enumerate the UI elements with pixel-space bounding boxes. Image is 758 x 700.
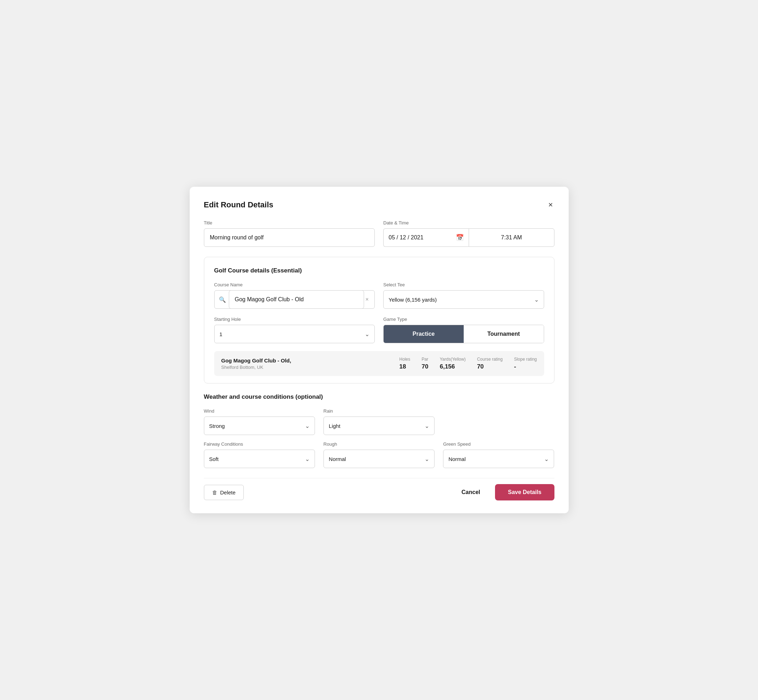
fairway-group: Fairway Conditions Soft ⌄: [204, 441, 315, 468]
datetime-label: Date & Time: [383, 220, 554, 225]
fairway-label: Fairway Conditions: [204, 441, 315, 447]
slope-rating-value: -: [514, 363, 516, 370]
game-type-group: Game Type Practice Tournament: [383, 317, 544, 343]
rough-value: Normal: [329, 456, 424, 462]
date-input[interactable]: 05 / 12 / 2021 📅: [383, 228, 469, 247]
select-tee-group: Select Tee Yellow (6,156 yards) ⌄: [383, 282, 544, 309]
rough-group: Rough Normal ⌄: [324, 441, 434, 468]
course-search-input[interactable]: [229, 290, 364, 309]
green-speed-group: Green Speed Normal ⌄: [443, 441, 554, 468]
chevron-down-icon-5: ⌄: [305, 456, 310, 462]
search-icon: 🔍: [219, 296, 226, 303]
par-value: 70: [422, 363, 429, 370]
calendar-icon: 📅: [456, 234, 464, 242]
wind-dropdown[interactable]: Strong ⌄: [204, 417, 315, 435]
holes-label: Holes: [399, 357, 410, 362]
date-text: 05 / 12 / 2021: [388, 234, 456, 241]
datetime-inputs: 05 / 12 / 2021 📅 7:31 AM: [383, 228, 554, 247]
top-row: Title Date & Time 05 / 12 / 2021 📅 7:31 …: [204, 220, 554, 247]
datetime-field-group: Date & Time 05 / 12 / 2021 📅 7:31 AM: [383, 220, 554, 247]
course-rating-label: Course rating: [477, 357, 503, 362]
course-name-label: Course Name: [214, 282, 375, 288]
par-stat: Par 70: [422, 357, 429, 370]
course-info-name: Gog Magog Golf Club - Old, Shelford Bott…: [221, 358, 388, 370]
course-clear-button[interactable]: ×: [364, 295, 370, 303]
slope-rating-label: Slope rating: [514, 357, 537, 362]
rough-dropdown[interactable]: Normal ⌄: [324, 450, 434, 468]
chevron-down-icon-7: ⌄: [544, 456, 549, 462]
course-info-row: Gog Magog Golf Club - Old, Shelford Bott…: [214, 351, 544, 376]
trash-icon: 🗑: [212, 489, 218, 495]
conditions-title: Weather and course conditions (optional): [204, 394, 554, 400]
title-field-group: Title: [204, 220, 375, 247]
rain-dropdown[interactable]: Light ⌄: [324, 417, 434, 435]
footer-row: 🗑 Delete Cancel Save Details: [204, 478, 554, 500]
delete-label: Delete: [220, 489, 236, 495]
starting-hole-dropdown[interactable]: 1 ⌄: [214, 325, 375, 343]
course-tee-row: Course Name 🔍 × Select Tee Yellow (6,156…: [214, 282, 544, 309]
green-speed-value: Normal: [448, 456, 544, 462]
wind-label: Wind: [204, 408, 315, 414]
title-input[interactable]: [204, 228, 375, 247]
time-text: 7:31 AM: [501, 234, 522, 241]
wind-rain-row: Wind Strong ⌄ Rain Light ⌄: [204, 408, 554, 435]
game-type-label: Game Type: [383, 317, 544, 322]
practice-toggle-button[interactable]: Practice: [384, 325, 464, 343]
yards-stat: Yards(Yellow) 6,156: [440, 357, 466, 370]
chevron-down-icon-6: ⌄: [424, 456, 429, 462]
time-input[interactable]: 7:31 AM: [469, 228, 554, 247]
green-speed-dropdown[interactable]: Normal ⌄: [443, 450, 554, 468]
delete-button[interactable]: 🗑 Delete: [204, 485, 244, 500]
edit-round-modal: Edit Round Details × Title Date & Time 0…: [190, 187, 568, 513]
conditions-section: Weather and course conditions (optional)…: [204, 394, 554, 468]
rough-label: Rough: [324, 441, 434, 447]
starting-hole-label: Starting Hole: [214, 317, 375, 322]
course-rating-stat: Course rating 70: [477, 357, 503, 370]
golf-section-title: Golf Course details (Essential): [214, 267, 544, 274]
wind-value: Strong: [209, 423, 305, 429]
wind-group: Wind Strong ⌄: [204, 408, 315, 435]
chevron-down-icon: ⌄: [534, 296, 539, 303]
game-type-toggle: Practice Tournament: [383, 325, 544, 343]
select-tee-value: Yellow (6,156 yards): [388, 297, 534, 303]
title-label: Title: [204, 220, 375, 225]
par-label: Par: [422, 357, 429, 362]
modal-header: Edit Round Details ×: [204, 200, 554, 210]
holes-value: 18: [399, 363, 406, 370]
yards-label: Yards(Yellow): [440, 357, 466, 362]
rain-group: Rain Light ⌄: [324, 408, 434, 435]
footer-right: Cancel Save Details: [455, 484, 554, 500]
chevron-down-icon-4: ⌄: [424, 423, 429, 429]
green-speed-label: Green Speed: [443, 441, 554, 447]
fairway-value: Soft: [209, 456, 305, 462]
modal-title: Edit Round Details: [204, 200, 274, 209]
starting-hole-group: Starting Hole 1 ⌄: [214, 317, 375, 343]
fairway-rough-green-row: Fairway Conditions Soft ⌄ Rough Normal ⌄…: [204, 441, 554, 468]
course-rating-value: 70: [477, 363, 484, 370]
select-tee-dropdown[interactable]: Yellow (6,156 yards) ⌄: [383, 290, 544, 309]
golf-course-section: Golf Course details (Essential) Course N…: [204, 257, 554, 383]
cancel-button[interactable]: Cancel: [455, 485, 487, 500]
save-button[interactable]: Save Details: [495, 484, 554, 500]
rain-label: Rain: [324, 408, 434, 414]
chevron-down-icon-3: ⌄: [305, 423, 310, 429]
course-name-group: Course Name 🔍 ×: [214, 282, 375, 309]
starting-hole-value: 1: [219, 331, 365, 337]
holes-stat: Holes 18: [399, 357, 410, 370]
fairway-dropdown[interactable]: Soft ⌄: [204, 450, 315, 468]
hole-gametype-row: Starting Hole 1 ⌄ Game Type Practice Tou…: [214, 317, 544, 343]
slope-rating-stat: Slope rating -: [514, 357, 537, 370]
course-search-wrap: 🔍 ×: [214, 290, 375, 309]
tournament-toggle-button[interactable]: Tournament: [464, 325, 544, 343]
chevron-down-icon-2: ⌄: [365, 331, 370, 338]
course-location: Shelford Bottom, UK: [221, 364, 388, 370]
close-button[interactable]: ×: [547, 200, 554, 210]
rain-value: Light: [329, 423, 424, 429]
select-tee-label: Select Tee: [383, 282, 544, 288]
course-name-bold: Gog Magog Golf Club - Old,: [221, 358, 388, 364]
yards-value: 6,156: [440, 363, 455, 370]
